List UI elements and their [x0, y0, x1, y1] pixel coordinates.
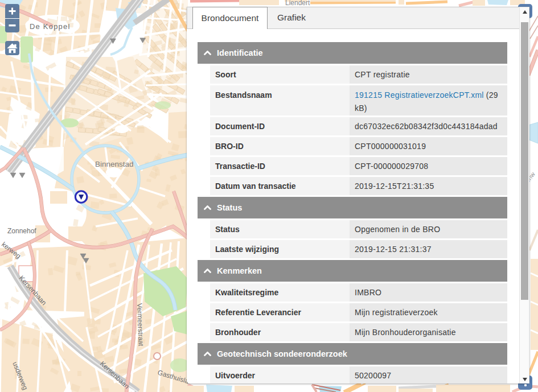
svg-text:De Koppel: De Koppel	[30, 22, 71, 31]
svg-text:Vermeerstraat: Vermeerstraat	[135, 303, 145, 346]
svg-text:Liendert: Liendert	[285, 0, 310, 7]
svg-text:Zonnehof: Zonnehof	[7, 227, 36, 235]
svg-text:Binnenstad: Binnenstad	[95, 160, 134, 168]
